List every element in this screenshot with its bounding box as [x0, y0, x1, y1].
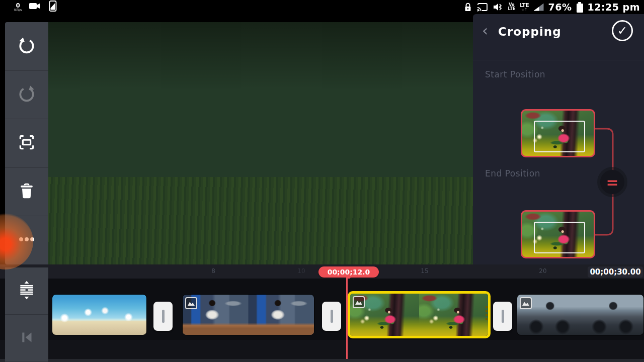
editor-toolbar: [5, 22, 48, 264]
trash-icon: [17, 182, 36, 203]
clock: 12:25 pm: [588, 2, 640, 13]
capture-frame-icon: [17, 133, 36, 154]
clip-thumbnails: [183, 295, 314, 335]
clip-beach-jump[interactable]: [52, 294, 147, 335]
ruler-tick: 10: [297, 267, 305, 275]
capture-button[interactable]: [5, 119, 48, 168]
more-options-button[interactable]: [5, 216, 48, 264]
cropping-panel: ‹ Cropping ✓ Start Position End Position…: [473, 14, 644, 264]
expand-tracks-button[interactable]: [5, 267, 48, 315]
clip-cafe-man[interactable]: [182, 294, 314, 335]
image-icon: [522, 301, 529, 306]
transition-button-1[interactable]: [153, 302, 173, 331]
redo-button[interactable]: [5, 71, 48, 120]
skip-to-start-button[interactable]: [5, 315, 48, 362]
ruler-tick: 8: [211, 267, 215, 275]
match-start-end-button[interactable]: =: [600, 170, 624, 194]
playhead-timecode-badge: 00;00;12.0: [318, 266, 379, 278]
check-icon: ✓: [617, 24, 627, 38]
more-dots-icon: [17, 230, 36, 251]
start-position-label: Start Position: [485, 69, 545, 79]
screen-record-icon: [29, 1, 42, 13]
end-position-label: End Position: [485, 168, 540, 178]
mute-vibrate-icon: [493, 2, 503, 12]
ruler-tick: 15: [421, 267, 428, 275]
equals-icon: =: [606, 173, 618, 191]
timeline: 8 10 15 20 00;00;12.0 00;00;30.00: [0, 264, 644, 362]
trim-handle-marks: [486, 306, 488, 323]
end-crop-rect[interactable]: [534, 222, 585, 253]
image-icon: [188, 301, 195, 306]
expand-tracks-icon: [17, 281, 36, 302]
back-chevron-icon[interactable]: ‹: [482, 23, 488, 38]
network-speed-unit: KB/s: [14, 9, 22, 12]
timeline-toolbar: [5, 267, 48, 362]
status-bar: 0 KB/s Vo LTE L: [0, 0, 644, 14]
end-position-thumbnail[interactable]: [521, 210, 595, 258]
signal-strength-icon: [534, 4, 544, 11]
transition-bar-icon: [502, 310, 504, 323]
confirm-button[interactable]: ✓: [612, 20, 633, 41]
cast-icon: [476, 2, 489, 12]
playhead-line: [346, 278, 348, 359]
photo-media-badge: [185, 297, 197, 309]
start-position-thumbnail[interactable]: [521, 109, 595, 157]
preview-canvas[interactable]: [48, 22, 473, 264]
network-speed: 0 KB/s: [14, 3, 22, 12]
volte-indicator: Vo LTE: [508, 3, 515, 11]
clip-motorbike-bw[interactable]: [517, 294, 644, 335]
lock-icon: [464, 2, 472, 12]
photo-media-badge: [520, 297, 532, 309]
transition-button-2[interactable]: [322, 302, 341, 331]
video-editor-app: 0 KB/s Vo LTE L: [0, 0, 644, 362]
undo-button[interactable]: [5, 22, 48, 71]
transition-bar-icon: [162, 310, 165, 323]
photo-media-badge: [353, 296, 365, 308]
undo-icon: [17, 36, 36, 57]
delete-button[interactable]: [5, 168, 48, 217]
clip-thumbnails: [517, 295, 643, 335]
bottom-edge-strip: [0, 359, 644, 362]
preview-grass-texture: [48, 177, 473, 264]
clip-track: [0, 279, 644, 340]
lte-indicator: LTE ↓↑: [520, 3, 529, 12]
battery-percent: 76%: [548, 2, 572, 13]
transition-button-3[interactable]: [493, 302, 512, 331]
clip-thumbnails: [350, 294, 488, 336]
battery-icon: [577, 2, 583, 13]
panel-title: Cropping: [498, 25, 561, 38]
start-crop-rect[interactable]: [534, 121, 585, 152]
clip-park-girl-selected[interactable]: [348, 291, 491, 338]
image-icon: [355, 300, 362, 305]
total-duration-badge: 00;00;30.00: [588, 266, 643, 278]
ruler-tick: 20: [539, 267, 546, 275]
preview-tree-shadow: [48, 22, 473, 90]
timeline-ruler[interactable]: 8 10 15 20 00;00;12.0 00;00;30.00: [0, 264, 644, 279]
transition-bar-icon: [331, 310, 333, 323]
skip-to-start-icon: [17, 328, 36, 349]
redo-icon: [17, 84, 36, 105]
screenshot-icon: [49, 1, 57, 14]
